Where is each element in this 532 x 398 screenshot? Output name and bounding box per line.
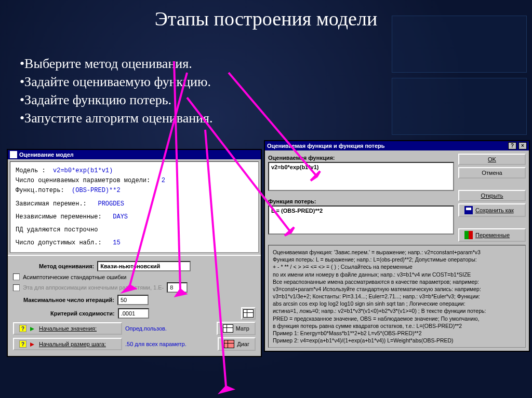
svg-marker-5 — [311, 171, 320, 181]
method-label: Метод оценивания: — [39, 263, 94, 269]
checkbox-eta[interactable] — [13, 284, 20, 291]
grid-button-1[interactable] — [241, 307, 256, 320]
svg-marker-3 — [176, 290, 185, 296]
obs-label: Число допустимых набл.: — [16, 239, 102, 246]
matrix-label: Матр — [236, 325, 249, 332]
model-label: Модель : — [16, 167, 46, 174]
svg-marker-1 — [124, 285, 135, 292]
indep-label: Независимые переменные: — [16, 213, 102, 221]
right-arrow-icon — [29, 340, 36, 348]
step-value: .50 для всех параметр. — [125, 341, 187, 347]
svg-marker-7 — [285, 227, 294, 236]
grid-icon — [243, 309, 254, 318]
save-as-button[interactable]: Сохранить как — [458, 203, 526, 217]
right-arrow-icon — [29, 325, 36, 332]
question-icon: ? — [19, 325, 26, 332]
ok-label: OK — [488, 156, 496, 162]
window-icon — [10, 151, 17, 158]
variables-icon — [464, 231, 473, 239]
initial-label: Начальные значения: — [39, 325, 97, 332]
cancel-button[interactable]: Отмена — [458, 167, 526, 179]
initial-value: Опред.пользов. — [125, 325, 167, 332]
model-value: v2=b0*exp(b1*v1) — [53, 167, 113, 174]
open-button[interactable]: Открыть — [458, 190, 526, 201]
save-icon — [464, 206, 473, 214]
step-label: Начальный размер шага: — [39, 341, 106, 347]
initial-values-button[interactable]: ? Начальные значения: — [13, 322, 122, 335]
ok-button[interactable]: OK — [458, 154, 526, 165]
maxiter-input[interactable]: 50 — [117, 295, 149, 305]
slide-title: Этапы построения модели — [0, 7, 532, 30]
question-icon: ? — [19, 340, 26, 348]
svg-line-8 — [205, 130, 226, 387]
variables-button[interactable]: Переменные — [458, 228, 526, 242]
lossfn-label: Функц.потерь: — [16, 187, 64, 194]
svg-line-2 — [174, 61, 180, 290]
step-size-button[interactable]: ? Начальный размер шага: — [13, 338, 122, 350]
conv-label: Критерий сходимости: — [50, 310, 115, 317]
maxiter-label: Максимальное число итераций: — [23, 297, 114, 303]
depvar-label: Зависимая перемен.: — [16, 200, 87, 208]
variables-label: Переменные — [475, 232, 510, 238]
save-as-label: Сохранить как — [475, 207, 514, 213]
open-label: Открыть — [481, 193, 503, 199]
hint-text: Оцениваемая функция: 'Завис.перем.' = вы… — [268, 245, 526, 348]
help-button[interactable]: ? — [508, 142, 516, 149]
close-button[interactable]: × — [518, 142, 527, 149]
checkbox-asymptotic[interactable] — [13, 273, 20, 280]
window-title-1: Оценивание модел — [19, 152, 74, 158]
cancel-label: Отмена — [482, 170, 502, 176]
conv-input[interactable]: .0001 — [118, 308, 149, 319]
chk1-label: Асимптотические стандартные ошибки — [23, 274, 127, 280]
lossfn-value: (OBS-PRED)**2 — [72, 187, 121, 194]
svg-marker-9 — [221, 387, 232, 392]
diag-label: Диаг — [237, 341, 249, 347]
